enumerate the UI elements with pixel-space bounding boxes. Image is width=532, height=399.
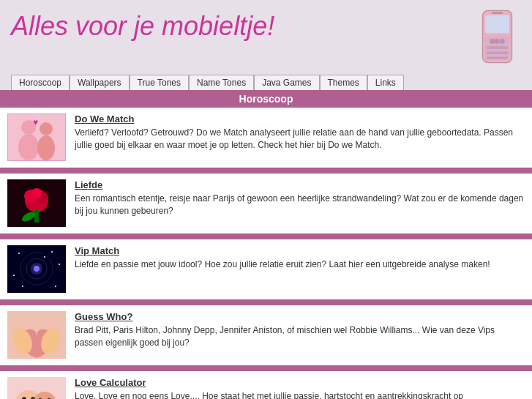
- list-item: Liefde Een romantisch etentje, reisje na…: [0, 174, 532, 234]
- item-desc-5: Love, Love en nog eens Love.... Hoe staa…: [75, 391, 463, 399]
- svg-rect-9: [492, 12, 503, 14]
- svg-point-31: [13, 275, 15, 276]
- item-desc-1: Verliefd? Verloofd? Getrouwd? Do we Matc…: [75, 127, 513, 150]
- item-title-4[interactable]: Guess Who?: [75, 311, 132, 322]
- nav-tab-horoscoop[interactable]: Horoscoop: [11, 75, 70, 90]
- item-title-5[interactable]: Love Calculator: [75, 377, 146, 388]
- svg-point-28: [18, 253, 20, 254]
- item-text-4: Guess Who? Brad Pitt, Paris Hilton, John…: [75, 311, 525, 349]
- list-item: Love Calculator Love, Love en nog eens L…: [0, 371, 532, 399]
- item-text-2: Liefde Een romantisch etentje, reisje na…: [75, 179, 525, 217]
- site-title: Alles voor je mobieltje!: [11, 7, 274, 42]
- svg-rect-8: [487, 57, 508, 60]
- list-item: ♥ Do We Match Verliefd? Verloofd? Getrou…: [0, 108, 532, 168]
- item-image-3: [7, 245, 66, 293]
- item-image-5: [7, 377, 66, 399]
- svg-point-27: [34, 266, 40, 272]
- list-item: Guess Who? Brad Pitt, Paris Hilton, John…: [0, 305, 532, 365]
- nav-bar: Horoscoop Wallpapers True Tones Name Ton…: [0, 72, 532, 90]
- item-title-3[interactable]: Vip Match: [75, 245, 119, 256]
- content: ♥ Do We Match Verliefd? Verloofd? Getrou…: [0, 108, 532, 399]
- item-image-4: [7, 311, 66, 359]
- item-image-2: [7, 179, 66, 227]
- item-title-1[interactable]: Do We Match: [75, 113, 134, 124]
- nav-tab-wallpapers[interactable]: Wallpapers: [70, 75, 130, 90]
- svg-point-12: [18, 134, 39, 160]
- nav-tab-links[interactable]: Links: [367, 75, 404, 90]
- item-text-5: Love Calculator Love, Love en nog eens L…: [75, 377, 525, 399]
- phone-icon: [473, 7, 521, 68]
- nav-tab-true-tones[interactable]: True Tones: [130, 75, 189, 90]
- svg-point-3: [490, 39, 495, 44]
- list-item: Vip Match Liefde en passie met jouw idoo…: [0, 239, 532, 299]
- svg-point-32: [55, 286, 56, 287]
- separator-1: [0, 168, 532, 174]
- item-text-3: Vip Match Liefde en passie met jouw idoo…: [75, 245, 525, 271]
- nav-tab-java-games[interactable]: Java Games: [254, 75, 319, 90]
- item-text-1: Do We Match Verliefd? Verloofd? Getrouwd…: [75, 113, 525, 152]
- item-desc-2: Een romantisch etentje, reisje naar Pari…: [75, 193, 523, 216]
- separator-2: [0, 234, 532, 239]
- separator-4: [0, 365, 532, 371]
- svg-rect-21: [34, 209, 39, 223]
- svg-point-13: [40, 122, 53, 135]
- item-desc-3: Liefde en passie met jouw idool? Hoe zou…: [75, 259, 490, 269]
- item-title-2[interactable]: Liefde: [75, 179, 102, 190]
- svg-point-20: [31, 188, 42, 198]
- svg-point-14: [37, 135, 55, 160]
- svg-point-4: [495, 39, 500, 44]
- svg-point-29: [51, 251, 53, 253]
- separator-3: [0, 299, 532, 305]
- header: Alles voor je mobieltje!: [0, 0, 532, 72]
- svg-point-34: [44, 256, 45, 258]
- svg-rect-1: [485, 15, 509, 34]
- nav-tab-themes[interactable]: Themes: [320, 75, 367, 90]
- nav-tab-name-tones[interactable]: Name Tones: [189, 75, 254, 90]
- svg-point-5: [500, 39, 505, 44]
- item-desc-4: Brad Pitt, Paris Hilton, Johnny Depp, Je…: [75, 325, 495, 348]
- svg-text:♥: ♥: [33, 117, 38, 127]
- svg-point-30: [59, 264, 60, 265]
- svg-rect-7: [487, 51, 508, 54]
- svg-point-33: [22, 286, 23, 287]
- svg-rect-6: [487, 46, 508, 49]
- section-header: Horoscoop: [0, 90, 532, 108]
- item-image-1: ♥: [7, 113, 66, 161]
